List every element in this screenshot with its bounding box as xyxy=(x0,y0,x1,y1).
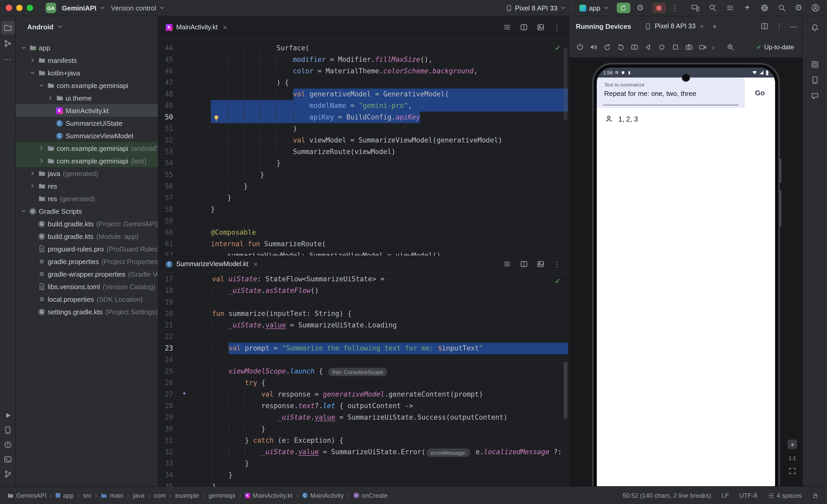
summarize-text-field[interactable]: Text to summarize Repeat for me: one, tw… xyxy=(597,77,745,108)
code-line-49[interactable]: 49 modelName = "gemini-pro", xyxy=(158,100,569,112)
code-line-29[interactable]: 29 _uiState.value = SummarizeUiState.Suc… xyxy=(158,412,569,423)
code-line-52[interactable]: 52 val viewModel = SummarizeViewModel(ge… xyxy=(158,135,569,146)
ai-gutter-icon[interactable] xyxy=(182,389,188,400)
run-configuration-selector[interactable]: app xyxy=(580,4,609,12)
version-control-tool-button[interactable] xyxy=(1,467,14,481)
maximize-window-button[interactable] xyxy=(27,5,33,11)
structure-tool-button[interactable] xyxy=(1,37,14,50)
build-tool-button[interactable] xyxy=(1,423,14,437)
line-number[interactable]: 46 xyxy=(158,65,182,77)
tree-item-app[interactable]: app xyxy=(16,41,158,54)
screenshot-button[interactable] xyxy=(685,43,693,51)
chevron-down-icon[interactable] xyxy=(37,82,46,89)
editor-options-button[interactable]: ⋮ xyxy=(553,260,561,268)
line-number[interactable]: 33 xyxy=(158,458,182,469)
code-line-62[interactable]: 62 summarizeViewModel: SummarizeViewMode… xyxy=(158,250,569,256)
profile-avatar[interactable] xyxy=(811,4,820,12)
code-line-35[interactable]: 35 } xyxy=(158,481,569,487)
code-line-61[interactable]: 61internal fun SummarizeRoute( xyxy=(158,238,569,250)
rotate-right-button[interactable] xyxy=(617,43,625,51)
chevron-right-icon[interactable] xyxy=(46,95,54,101)
tree-item-libs-versions-toml-version-catalog[interactable]: libs.versions.toml(Version Catalog) xyxy=(16,280,158,293)
line-number[interactable]: 30 xyxy=(158,423,182,435)
app-insights-button[interactable] xyxy=(808,89,822,103)
tree-item-com-example-geminiapi-androidtest[interactable]: com.example.geminiapi(androidTest) xyxy=(16,142,158,155)
tree-item-com-example-geminiapi-test[interactable]: com.example.geminiapi(test) xyxy=(16,155,158,167)
chevron-down-icon[interactable] xyxy=(28,70,37,76)
task-list-button[interactable] xyxy=(726,4,734,12)
fold-device-button[interactable] xyxy=(630,43,639,51)
tree-item-java-generated[interactable]: java(generated) xyxy=(16,167,158,180)
line-number[interactable]: 55 xyxy=(158,169,182,181)
notifications-button[interactable] xyxy=(808,21,822,35)
line-number[interactable]: 44 xyxy=(158,43,182,54)
code-line-21[interactable]: 21 _uiState.value = SummarizeUiState.Loa… xyxy=(158,320,569,331)
code-line-25[interactable]: 25 viewModelScope.launch { this: Corouti… xyxy=(158,366,569,377)
zoom-mode-button[interactable] xyxy=(726,43,734,51)
preview-button[interactable] xyxy=(536,260,545,268)
tree-item-res-generated[interactable]: res(generated) xyxy=(16,192,158,205)
code-line-57[interactable]: 57 } xyxy=(158,192,569,204)
overview-button[interactable] xyxy=(671,43,680,51)
code-line-24[interactable]: 24 xyxy=(158,354,569,366)
code-line-19[interactable]: 19 xyxy=(158,296,569,308)
add-device-button[interactable]: + xyxy=(713,22,717,31)
device-mirror-button[interactable] xyxy=(691,4,699,12)
assistant-sparkle-button[interactable] xyxy=(743,4,751,12)
code-line-20[interactable]: 20 fun summarize(inputText: String) { xyxy=(158,308,569,320)
run-settings-button[interactable]: ⚙ xyxy=(633,1,647,15)
code-line-46[interactable]: 46 color = MaterialTheme.colorScheme.bac… xyxy=(158,65,569,77)
breadcrumb-geminiapi[interactable]: GeminiAPI xyxy=(7,492,46,499)
editor-scrollbar[interactable] xyxy=(564,361,568,419)
line-number[interactable]: 29 xyxy=(158,412,182,423)
code-line-48[interactable]: 48 val generativeModel = GenerativeModel… xyxy=(158,89,569,100)
panel-options-button[interactable]: ⋮ xyxy=(776,22,783,30)
inspections-ok-icon[interactable]: ✓ xyxy=(555,277,561,285)
line-number[interactable]: 22 xyxy=(158,331,182,343)
tree-item-com-example-geminiapi[interactable]: com.example.geminiapi xyxy=(16,79,158,92)
code-line-58[interactable]: 58} xyxy=(158,204,569,215)
breadcrumb-mainactivity[interactable]: CMainActivity xyxy=(302,492,344,499)
code-line-23[interactable]: 23 val prompt = "Summarize the following… xyxy=(158,343,569,354)
tab-summarize-view-model[interactable]: C SummarizeViewModel.kt × xyxy=(158,256,263,272)
line-number[interactable]: 26 xyxy=(158,377,182,389)
breadcrumb-geminiapi[interactable]: geminiapi xyxy=(208,492,236,499)
layout-inspector-button[interactable] xyxy=(808,58,822,71)
tree-item-local-properties-sdk-location[interactable]: ⚙local.properties(SDK Location) xyxy=(16,293,158,305)
search-button[interactable] xyxy=(777,4,786,12)
more-run-options-button[interactable]: ⋮ xyxy=(671,4,678,11)
code-line-60[interactable]: 60@Composable xyxy=(158,227,569,238)
line-number[interactable]: 51 xyxy=(158,123,182,135)
line-number[interactable]: 32 xyxy=(158,446,182,458)
chevron-down-icon[interactable] xyxy=(19,45,28,51)
inspections-ok-icon[interactable]: ✓ xyxy=(555,44,561,52)
tree-item-kotlin-java[interactable]: kotlin+java xyxy=(16,66,158,79)
tree-item-summarizeuistate[interactable]: CSummarizeUiState xyxy=(16,117,158,129)
line-number[interactable]: 56 xyxy=(158,181,182,192)
volume-button[interactable] xyxy=(589,43,598,51)
split-panel-button[interactable] xyxy=(761,22,769,31)
code-line-56[interactable]: 56 } xyxy=(158,181,569,192)
code-line-31[interactable]: 31 } catch (e: Exception) { xyxy=(158,435,569,446)
line-number[interactable]: 20 xyxy=(158,308,182,320)
tree-item-build-gradle-kts-module-app[interactable]: Gbuild.gradle.kts(Module :app) xyxy=(16,230,158,242)
rerun-app-button[interactable] xyxy=(617,3,630,13)
code-line-51[interactable]: 51 ) xyxy=(158,123,569,135)
line-number[interactable]: 23 xyxy=(158,343,182,354)
caret-position[interactable]: 50:52 (140 chars, 2 line breaks) xyxy=(623,492,711,499)
emulator-screen[interactable]: 1:56 ⚙ Text to summarize xyxy=(597,68,775,486)
code-line-54[interactable]: 54 } xyxy=(158,158,569,169)
line-number[interactable]: 60 xyxy=(158,227,182,238)
rotate-left-button[interactable] xyxy=(603,43,612,51)
split-editor-button[interactable] xyxy=(520,260,528,268)
tree-item-summarizeviewmodel[interactable]: CSummarizeViewModel xyxy=(16,129,158,142)
device-manager-button[interactable] xyxy=(808,73,822,87)
line-number[interactable]: 24 xyxy=(158,354,182,366)
chevron-down-icon[interactable] xyxy=(19,208,28,214)
code-line-30[interactable]: 30 } xyxy=(158,423,569,435)
minimize-window-button[interactable] xyxy=(16,5,22,11)
code-line-33[interactable]: 33 } xyxy=(158,458,569,469)
ai-search-button[interactable] xyxy=(708,4,717,12)
line-number[interactable]: 19 xyxy=(158,296,182,308)
version-control-menu[interactable]: Version control xyxy=(111,4,165,12)
